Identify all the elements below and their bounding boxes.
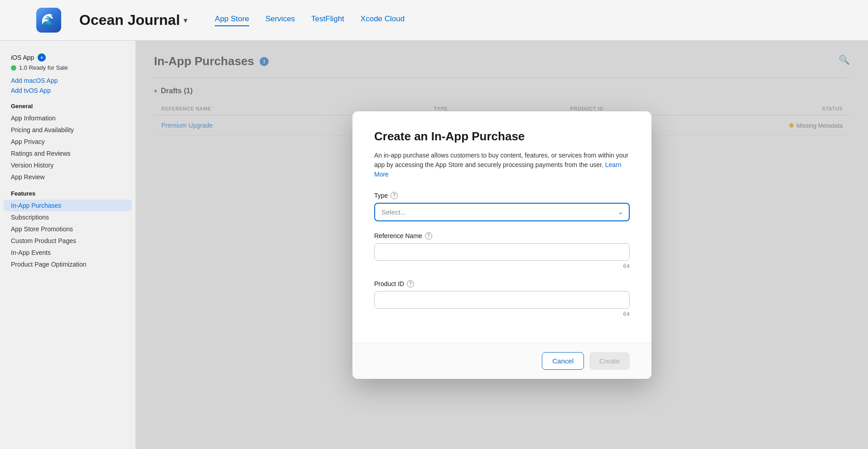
modal-description-text: An in-app purchase allows customers to b… xyxy=(374,152,628,168)
green-dot-icon xyxy=(11,65,16,71)
type-label: Type ? xyxy=(374,192,630,199)
top-bar: 🌊 Ocean Journal ▾ App Store Services Tes… xyxy=(0,0,868,41)
product-id-help-icon[interactable]: ? xyxy=(407,280,414,287)
sidebar-item-pricing[interactable]: Pricing and Availability xyxy=(0,124,135,136)
app-dropdown-chevron[interactable]: ▾ xyxy=(183,15,188,25)
app-title-group: Ocean Journal ▾ xyxy=(79,12,188,29)
features-section-title: Features xyxy=(0,183,135,200)
reference-name-input[interactable] xyxy=(374,243,630,261)
nav-testflight[interactable]: TestFlight xyxy=(311,14,344,26)
sidebar-item-version-history[interactable]: Version History xyxy=(0,159,135,171)
create-button[interactable]: Create xyxy=(589,352,630,370)
product-id-form-group: Product ID ? 64 xyxy=(374,280,630,317)
sidebar-item-ratings[interactable]: Ratings and Reviews xyxy=(0,148,135,159)
general-section-title: General xyxy=(0,96,135,112)
type-select[interactable]: Select...ConsumableNon-ConsumableAuto-Re… xyxy=(374,203,630,221)
add-ios-app-icon[interactable]: + xyxy=(38,53,46,62)
sidebar-item-in-app-events[interactable]: In-App Events xyxy=(0,247,135,258)
reference-name-label: Reference Name ? xyxy=(374,232,630,239)
add-macos-link[interactable]: Add macOS App xyxy=(0,76,135,86)
type-form-group: Type ? Select...ConsumableNon-Consumable… xyxy=(374,192,630,221)
type-help-icon[interactable]: ? xyxy=(391,192,398,199)
product-id-label: Product ID ? xyxy=(374,280,630,287)
app-icon-emoji: 🌊 xyxy=(41,13,57,28)
modal-overlay: Create an In-App Purchase An in-app purc… xyxy=(136,41,868,449)
nav-app-store[interactable]: App Store xyxy=(215,14,249,26)
product-id-char-count: 64 xyxy=(374,310,630,317)
app-icon: 🌊 xyxy=(36,8,61,33)
reference-name-char-count: 64 xyxy=(374,263,630,269)
product-id-input[interactable] xyxy=(374,291,630,309)
modal-title: Create an In-App Purchase xyxy=(374,129,630,143)
sidebar-item-app-information[interactable]: App Information xyxy=(0,112,135,124)
nav-xcode-cloud[interactable]: Xcode Cloud xyxy=(361,14,405,26)
product-id-label-text: Product ID xyxy=(374,280,404,287)
modal-dialog: Create an In-App Purchase An in-app purc… xyxy=(352,111,651,379)
sidebar-item-in-app-purchases[interactable]: In-App Purchases xyxy=(4,200,132,211)
cancel-button[interactable]: Cancel xyxy=(542,352,584,370)
sidebar-item-custom-product-pages[interactable]: Custom Product Pages xyxy=(0,235,135,247)
ios-app-label: iOS App xyxy=(11,54,34,61)
reference-name-form-group: Reference Name ? 64 xyxy=(374,232,630,269)
main-layout: iOS App + 1.0 Ready for Sale Add macOS A… xyxy=(0,41,868,449)
reference-name-help-icon[interactable]: ? xyxy=(425,232,432,239)
sidebar-item-subscriptions[interactable]: Subscriptions xyxy=(0,211,135,223)
top-nav: App Store Services TestFlight Xcode Clou… xyxy=(215,14,405,26)
sidebar-item-app-review[interactable]: App Review xyxy=(0,171,135,183)
modal-body: Create an In-App Purchase An in-app purc… xyxy=(352,111,651,343)
ready-badge: 1.0 Ready for Sale xyxy=(0,63,135,76)
ios-app-row: iOS App + xyxy=(0,52,135,63)
nav-services[interactable]: Services xyxy=(265,14,295,26)
modal-description: An in-app purchase allows customers to b… xyxy=(374,151,630,179)
type-select-wrapper: Select...ConsumableNon-ConsumableAuto-Re… xyxy=(374,203,630,221)
modal-footer: Cancel Create xyxy=(352,343,651,379)
sidebar-item-app-privacy[interactable]: App Privacy xyxy=(0,136,135,148)
reference-name-label-text: Reference Name xyxy=(374,232,422,239)
ready-text: 1.0 Ready for Sale xyxy=(19,64,68,71)
type-label-text: Type xyxy=(374,192,388,199)
add-tvos-link[interactable]: Add tvOS App xyxy=(0,86,135,96)
app-title: Ocean Journal xyxy=(79,12,180,29)
sidebar: iOS App + 1.0 Ready for Sale Add macOS A… xyxy=(0,41,136,449)
sidebar-item-product-page-optimization[interactable]: Product Page Optimization xyxy=(0,258,135,270)
sidebar-item-app-store-promotions[interactable]: App Store Promotions xyxy=(0,223,135,235)
content-area: In-App Purchases i ▾ Drafts (1) REFERENC… xyxy=(136,41,868,449)
